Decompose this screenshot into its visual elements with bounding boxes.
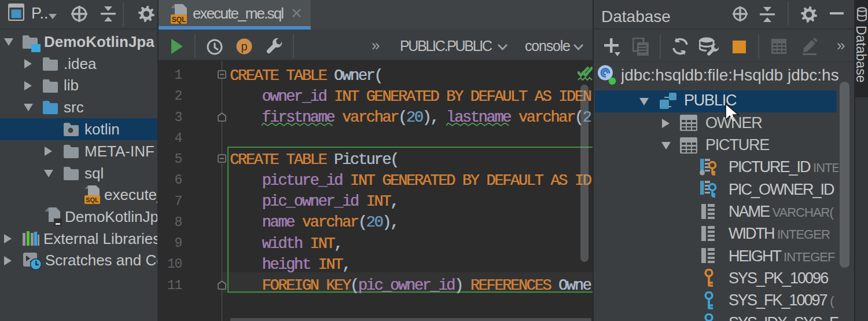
svg-text:SQL: SQL — [86, 196, 99, 203]
svg-text:SQL: SQL — [172, 16, 186, 24]
svg-text:p: p — [241, 40, 247, 53]
